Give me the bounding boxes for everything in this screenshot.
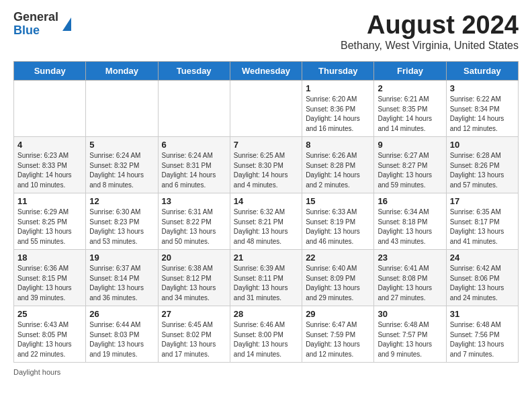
day-info: Sunrise: 6:48 AM Sunset: 7:56 PM Dayligh… [450, 320, 515, 359]
day-number: 12 [89, 196, 154, 206]
location-subtitle: Bethany, West Virginia, United States [341, 40, 519, 52]
calendar-cell: 5Sunrise: 6:24 AM Sunset: 8:32 PM Daylig… [86, 137, 158, 193]
day-info: Sunrise: 6:37 AM Sunset: 8:14 PM Dayligh… [89, 264, 154, 303]
day-number: 14 [234, 196, 298, 206]
day-number: 4 [17, 140, 82, 150]
day-info: Sunrise: 6:31 AM Sunset: 8:22 PM Dayligh… [162, 208, 226, 246]
day-info: Sunrise: 6:38 AM Sunset: 8:12 PM Dayligh… [162, 264, 226, 303]
day-info: Sunrise: 6:40 AM Sunset: 8:09 PM Dayligh… [306, 264, 370, 303]
calendar-cell: 14Sunrise: 6:32 AM Sunset: 8:21 PM Dayli… [230, 193, 302, 250]
calendar-cell: 24Sunrise: 6:42 AM Sunset: 8:06 PM Dayli… [446, 250, 518, 306]
footer: Daylight hours [13, 368, 519, 376]
calendar-cell [230, 81, 302, 137]
calendar-cell: 29Sunrise: 6:47 AM Sunset: 7:59 PM Dayli… [302, 306, 374, 363]
calendar-cell: 21Sunrise: 6:39 AM Sunset: 8:11 PM Dayli… [230, 250, 302, 306]
day-number: 5 [89, 140, 154, 150]
day-number: 25 [17, 309, 82, 319]
day-number: 17 [450, 196, 515, 206]
calendar-cell: 25Sunrise: 6:43 AM Sunset: 8:05 PM Dayli… [14, 306, 86, 363]
day-info: Sunrise: 6:44 AM Sunset: 8:03 PM Dayligh… [89, 320, 154, 359]
day-number: 16 [378, 196, 442, 206]
day-info: Sunrise: 6:27 AM Sunset: 8:27 PM Dayligh… [378, 151, 442, 190]
day-headers-row: SundayMondayTuesdayWednesdayThursdayFrid… [14, 62, 519, 81]
day-header-saturday: Saturday [446, 62, 518, 81]
day-info: Sunrise: 6:30 AM Sunset: 8:23 PM Dayligh… [89, 208, 154, 246]
month-year-block: August 2024 Bethany, West Virginia, Unit… [341, 11, 519, 58]
calendar-cell: 20Sunrise: 6:38 AM Sunset: 8:12 PM Dayli… [158, 250, 230, 306]
day-info: Sunrise: 6:39 AM Sunset: 8:11 PM Dayligh… [234, 264, 298, 303]
day-number: 2 [378, 83, 442, 93]
day-number: 30 [378, 309, 442, 319]
day-info: Sunrise: 6:46 AM Sunset: 8:00 PM Dayligh… [234, 320, 298, 359]
calendar-cell [86, 81, 158, 137]
calendar-cell [158, 81, 230, 137]
day-header-thursday: Thursday [302, 62, 374, 81]
day-info: Sunrise: 6:35 AM Sunset: 8:17 PM Dayligh… [450, 208, 515, 246]
calendar-cell: 1Sunrise: 6:20 AM Sunset: 8:36 PM Daylig… [302, 81, 374, 137]
calendar-cell: 10Sunrise: 6:28 AM Sunset: 8:26 PM Dayli… [446, 137, 518, 193]
calendar-week-4: 18Sunrise: 6:36 AM Sunset: 8:15 PM Dayli… [14, 250, 519, 306]
day-info: Sunrise: 6:36 AM Sunset: 8:15 PM Dayligh… [17, 264, 82, 303]
calendar-cell: 6Sunrise: 6:24 AM Sunset: 8:31 PM Daylig… [158, 137, 230, 193]
logo-triangle-icon [62, 17, 71, 31]
day-number: 11 [17, 196, 82, 206]
day-number: 26 [89, 309, 154, 319]
calendar-cell: 4Sunrise: 6:23 AM Sunset: 8:33 PM Daylig… [14, 137, 86, 193]
calendar-cell: 3Sunrise: 6:22 AM Sunset: 8:34 PM Daylig… [446, 81, 518, 137]
day-info: Sunrise: 6:33 AM Sunset: 8:19 PM Dayligh… [306, 208, 370, 246]
day-info: Sunrise: 6:26 AM Sunset: 8:28 PM Dayligh… [306, 151, 370, 190]
day-number: 29 [306, 309, 370, 319]
calendar-cell: 31Sunrise: 6:48 AM Sunset: 7:56 PM Dayli… [446, 306, 518, 363]
day-info: Sunrise: 6:45 AM Sunset: 8:02 PM Dayligh… [162, 320, 226, 359]
calendar-cell: 9Sunrise: 6:27 AM Sunset: 8:27 PM Daylig… [374, 137, 446, 193]
calendar-cell: 23Sunrise: 6:41 AM Sunset: 8:08 PM Dayli… [374, 250, 446, 306]
day-info: Sunrise: 6:32 AM Sunset: 8:21 PM Dayligh… [234, 208, 298, 246]
day-info: Sunrise: 6:20 AM Sunset: 8:36 PM Dayligh… [306, 95, 370, 134]
calendar-cell: 8Sunrise: 6:26 AM Sunset: 8:28 PM Daylig… [302, 137, 374, 193]
day-number: 7 [234, 140, 298, 150]
calendar-cell [14, 81, 86, 137]
day-number: 8 [306, 140, 370, 150]
calendar-week-2: 4Sunrise: 6:23 AM Sunset: 8:33 PM Daylig… [14, 137, 519, 193]
day-info: Sunrise: 6:42 AM Sunset: 8:06 PM Dayligh… [450, 264, 515, 303]
page-header: General Blue August 2024 Bethany, West V… [13, 11, 519, 58]
day-number: 19 [89, 253, 154, 263]
daylight-hours-label: Daylight hours [13, 368, 60, 376]
day-info: Sunrise: 6:34 AM Sunset: 8:18 PM Dayligh… [378, 208, 442, 246]
day-number: 20 [162, 253, 226, 263]
day-number: 9 [378, 140, 442, 150]
day-info: Sunrise: 6:22 AM Sunset: 8:34 PM Dayligh… [450, 95, 515, 134]
day-number: 15 [306, 196, 370, 206]
calendar-cell: 22Sunrise: 6:40 AM Sunset: 8:09 PM Dayli… [302, 250, 374, 306]
day-header-wednesday: Wednesday [230, 62, 302, 81]
day-number: 1 [306, 83, 370, 93]
calendar-cell: 18Sunrise: 6:36 AM Sunset: 8:15 PM Dayli… [14, 250, 86, 306]
calendar-cell: 30Sunrise: 6:48 AM Sunset: 7:57 PM Dayli… [374, 306, 446, 363]
logo: General Blue [13, 11, 71, 38]
day-number: 21 [234, 253, 298, 263]
calendar-week-1: 1Sunrise: 6:20 AM Sunset: 8:36 PM Daylig… [14, 81, 519, 137]
day-header-monday: Monday [86, 62, 158, 81]
calendar-cell: 2Sunrise: 6:21 AM Sunset: 8:35 PM Daylig… [374, 81, 446, 137]
day-number: 6 [162, 140, 226, 150]
day-number: 18 [17, 253, 82, 263]
day-info: Sunrise: 6:25 AM Sunset: 8:30 PM Dayligh… [234, 151, 298, 190]
day-number: 27 [162, 309, 226, 319]
day-number: 31 [450, 309, 515, 319]
calendar-cell: 19Sunrise: 6:37 AM Sunset: 8:14 PM Dayli… [86, 250, 158, 306]
calendar-cell: 11Sunrise: 6:29 AM Sunset: 8:25 PM Dayli… [14, 193, 86, 250]
day-info: Sunrise: 6:29 AM Sunset: 8:25 PM Dayligh… [17, 208, 82, 246]
day-header-tuesday: Tuesday [158, 62, 230, 81]
calendar-cell: 13Sunrise: 6:31 AM Sunset: 8:22 PM Dayli… [158, 193, 230, 250]
day-number: 13 [162, 196, 226, 206]
calendar-cell: 28Sunrise: 6:46 AM Sunset: 8:00 PM Dayli… [230, 306, 302, 363]
calendar-table: SundayMondayTuesdayWednesdayThursdayFrid… [13, 61, 519, 363]
day-number: 10 [450, 140, 515, 150]
calendar-cell: 26Sunrise: 6:44 AM Sunset: 8:03 PM Dayli… [86, 306, 158, 363]
day-info: Sunrise: 6:23 AM Sunset: 8:33 PM Dayligh… [17, 151, 82, 190]
day-info: Sunrise: 6:28 AM Sunset: 8:26 PM Dayligh… [450, 151, 515, 190]
calendar-week-5: 25Sunrise: 6:43 AM Sunset: 8:05 PM Dayli… [14, 306, 519, 363]
day-info: Sunrise: 6:43 AM Sunset: 8:05 PM Dayligh… [17, 320, 82, 359]
day-number: 24 [450, 253, 515, 263]
logo-text: General Blue [13, 11, 58, 38]
